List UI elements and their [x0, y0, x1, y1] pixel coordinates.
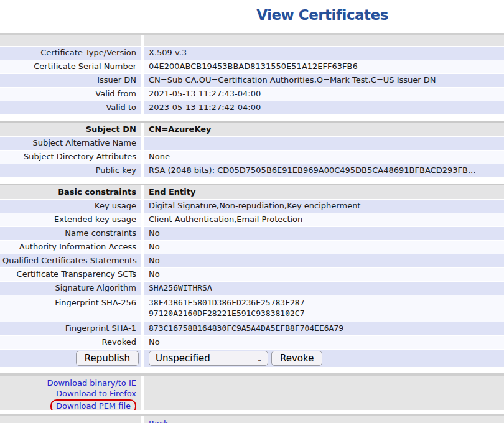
section-constraints: Basic constraints End Entity Key usage D…	[0, 184, 504, 368]
downloads-links-cell: Download binary/to IE Download to Firefo…	[0, 376, 144, 410]
chevron-down-icon: ⌄	[256, 355, 263, 363]
row-label: Fingerprint SHA-256	[0, 295, 144, 322]
section-header-label	[0, 35, 144, 46]
table-row: Public key RSA (2048 bits): CD05D7505B6E…	[0, 164, 504, 178]
download-binary-ie-link[interactable]: Download binary/to IE	[47, 378, 136, 388]
row-value: 2023-05-13 11:27:42-04:00	[144, 101, 504, 114]
section-header-value: CN=AzureKey	[144, 123, 504, 136]
section-header-subject-dn: Subject DN CN=AzureKey	[0, 123, 504, 137]
row-value-signature-algorithm: SHA256WITHRSA	[144, 282, 504, 295]
actions-left-cell: Republish	[0, 350, 144, 367]
section-header-empty	[0, 35, 504, 47]
republish-button[interactable]: Republish	[76, 351, 139, 366]
row-value: No	[144, 336, 504, 349]
revocation-reason-selected-value: Unspecified	[156, 352, 210, 365]
row-label: Authority Information Access	[0, 241, 144, 254]
actions-row: Republish Unspecified ⌄ Revoke	[0, 350, 504, 368]
revocation-reason-select[interactable]: Unspecified ⌄	[149, 351, 268, 366]
table-row: Signature Algorithm SHA256WITHRSA	[0, 282, 504, 295]
row-value: 04E200ABCB19453BBAD8131550E51A12EFF63FB6	[144, 60, 504, 73]
row-value: No	[144, 254, 504, 267]
row-value: No	[144, 268, 504, 281]
table-row: Qualified Certificates Statements No	[0, 254, 504, 268]
table-row: Certificate Transparency SCTs No	[0, 268, 504, 282]
table-row: Issuer DN CN=Sub CA,OU=Certification Aut…	[0, 74, 504, 88]
table-row: Subject Directory Attributes None	[0, 151, 504, 164]
section-header-label: Subject DN	[0, 123, 144, 136]
row-value	[144, 137, 504, 150]
row-label: Key usage	[0, 200, 144, 213]
pem-highlight-oval: Download PEM file	[50, 399, 136, 410]
view-certificates-page: View Certificates Certificate Type/Versi…	[0, 0, 504, 423]
row-value: Digital Signature,Non-repudiation,Key en…	[144, 200, 504, 213]
row-value-fingerprint-sha256: 38F43B61E5801D386FD236E25783F287 97120A2…	[144, 295, 504, 322]
table-row: Fingerprint SHA-1 873C16758B164830FC9A5A…	[0, 322, 504, 336]
row-value: 2021-05-13 11:27:43-04:00	[144, 88, 504, 101]
row-value: None	[144, 151, 504, 164]
table-row: Certificate Serial Number 04E200ABCB1945…	[0, 60, 504, 74]
row-label: Subject Directory Attributes	[0, 151, 144, 164]
row-label: Public key	[0, 164, 144, 177]
row-value: X.509 v.3	[144, 47, 504, 60]
page-title: View Certificates	[256, 7, 388, 23]
table-row: Valid to 2023-05-13 11:27:42-04:00	[0, 101, 504, 115]
certificate-table: Certificate Type/Version X.509 v.3 Certi…	[0, 33, 504, 423]
row-value: RSA (2048 bits): CD05D7505B6E91EB969A00C…	[144, 164, 504, 177]
table-row: Revoked No	[0, 336, 504, 350]
row-value: No	[144, 227, 504, 240]
row-label: Signature Algorithm	[0, 282, 144, 295]
table-row-fingerprint-sha256: Fingerprint SHA-256 38F43B61E5801D386FD2…	[0, 295, 504, 322]
downloads-empty-cell	[144, 376, 504, 410]
row-label: Valid from	[0, 88, 144, 101]
row-value: Client Authentication,Email Protection	[144, 213, 504, 226]
row-label: Issuer DN	[0, 74, 144, 87]
table-row: Subject Alternative Name	[0, 137, 504, 151]
section-subject: Subject DN CN=AzureKey Subject Alternati…	[0, 121, 504, 178]
row-label: Fingerprint SHA-1	[0, 322, 144, 335]
row-label: Revoked	[0, 336, 144, 349]
download-pem-link[interactable]: Download PEM file	[56, 401, 131, 410]
table-row: Valid from 2021-05-13 11:27:43-04:00	[0, 88, 504, 101]
table-row: Name constraints No	[0, 227, 504, 241]
table-row: Authority Information Access No	[0, 241, 504, 254]
table-row: Certificate Type/Version X.509 v.3	[0, 47, 504, 60]
section-header-label: Basic constraints	[0, 185, 144, 199]
row-label: Subject Alternative Name	[0, 137, 144, 150]
back-link-cell: Back	[144, 416, 504, 423]
section-header-basic-constraints: Basic constraints End Entity	[0, 185, 504, 200]
back-empty-cell	[0, 416, 144, 423]
download-firefox-link[interactable]: Download to Firefox	[56, 388, 136, 399]
downloads-row: Download binary/to IE Download to Firefo…	[0, 376, 504, 411]
row-label: Valid to	[0, 101, 144, 114]
row-label: Name constraints	[0, 227, 144, 240]
revoke-button[interactable]: Revoke	[271, 351, 322, 366]
section-downloads: Download binary/to IE Download to Firefo…	[0, 373, 504, 411]
section-header-value	[144, 35, 504, 46]
fingerprint-line-2: 97120A2160DF28221E591C93838102C7	[149, 308, 500, 318]
back-link[interactable]: Back	[149, 419, 169, 423]
section-back: Back	[0, 414, 504, 423]
row-label: Certificate Type/Version	[0, 47, 144, 60]
table-row: Key usage Digital Signature,Non-repudiat…	[0, 200, 504, 213]
row-value-fingerprint-sha1: 873C16758B164830FC9A5A4DA5EFB8F704EE6A79	[144, 322, 504, 335]
row-label: Certificate Serial Number	[0, 60, 144, 73]
section-header-value: End Entity	[144, 185, 504, 199]
actions-right-cell: Unspecified ⌄ Revoke	[144, 350, 504, 367]
back-row: Back	[0, 416, 504, 423]
section-general: Certificate Type/Version X.509 v.3 Certi…	[0, 33, 504, 115]
table-row: Extended key usage Client Authentication…	[0, 213, 504, 227]
row-value: No	[144, 241, 504, 254]
row-value: CN=Sub CA,OU=Certification Authorities,O…	[144, 74, 504, 87]
row-label: Qualified Certificates Statements	[0, 254, 144, 267]
row-label: Certificate Transparency SCTs	[0, 268, 144, 281]
row-label: Extended key usage	[0, 213, 144, 226]
fingerprint-line-1: 38F43B61E5801D386FD236E25783F287	[149, 297, 500, 308]
